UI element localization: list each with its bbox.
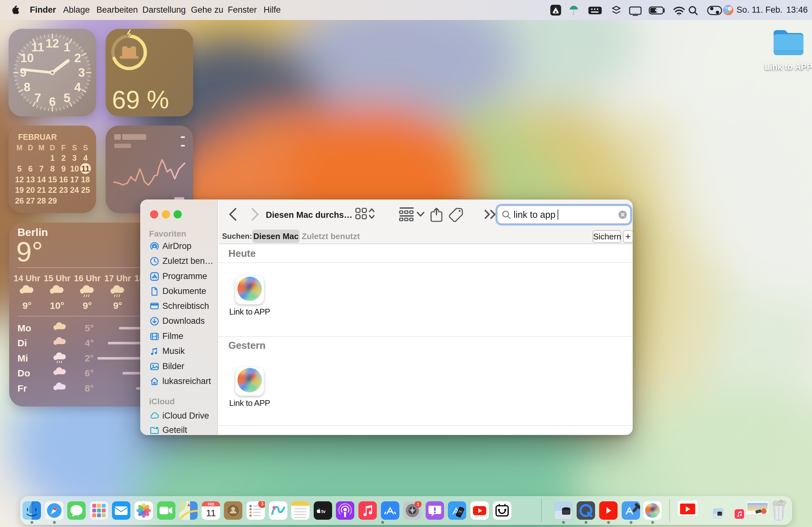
svg-text:8: 8: [50, 164, 55, 173]
svg-text:27: 27: [26, 196, 35, 205]
svg-text:D: D: [28, 144, 33, 152]
svg-text:15: 15: [48, 175, 57, 184]
svg-text:8°: 8°: [85, 383, 94, 394]
svg-text:29: 29: [48, 196, 57, 205]
svg-text:4°: 4°: [85, 338, 94, 348]
svg-text:6: 6: [28, 164, 33, 173]
svg-text:8: 8: [24, 80, 30, 94]
svg-text:11: 11: [206, 508, 216, 518]
svg-text:S: S: [72, 144, 77, 152]
svg-text:7: 7: [34, 91, 41, 105]
svg-text:12: 12: [15, 175, 24, 184]
svg-text:19: 19: [15, 186, 24, 194]
svg-text:S: S: [83, 144, 88, 152]
svg-text:17: 17: [70, 175, 79, 184]
svg-text:2: 2: [74, 52, 81, 65]
svg-text:1: 1: [63, 41, 70, 54]
svg-text:5: 5: [17, 164, 21, 173]
svg-text:20: 20: [26, 186, 35, 194]
svg-text:5: 5: [63, 91, 70, 105]
svg-text:14 Uhr: 14 Uhr: [14, 274, 41, 283]
svg-text:26: 26: [15, 196, 24, 205]
svg-text:3: 3: [78, 66, 85, 79]
svg-text:3: 3: [261, 501, 264, 507]
svg-text:FEB: FEB: [208, 502, 214, 506]
svg-text:Diesen Mac durchs…: Diesen Mac durchs…: [266, 210, 352, 220]
svg-text:11: 11: [81, 164, 90, 173]
svg-text:Mo: Mo: [17, 323, 31, 333]
svg-text:4: 4: [74, 80, 81, 94]
svg-text:9°: 9°: [83, 300, 92, 311]
svg-text:10: 10: [70, 164, 79, 173]
svg-text:4: 4: [84, 153, 88, 162]
svg-text:6°: 6°: [85, 368, 94, 378]
svg-text:5°: 5°: [85, 323, 94, 333]
svg-text:10°: 10°: [50, 300, 64, 311]
svg-text:M: M: [16, 144, 23, 152]
svg-text:11: 11: [31, 41, 44, 54]
svg-text:17 Uhr: 17 Uhr: [104, 274, 131, 283]
svg-text:13: 13: [26, 175, 35, 184]
svg-text:9: 9: [61, 164, 66, 173]
svg-text:28: 28: [37, 196, 46, 205]
svg-text:M: M: [38, 144, 44, 152]
svg-text:14: 14: [37, 175, 46, 184]
svg-text:9°: 9°: [23, 300, 32, 311]
svg-text:F: F: [61, 144, 66, 152]
svg-text:24: 24: [70, 186, 79, 194]
svg-text:D: D: [50, 144, 55, 152]
svg-text:2: 2: [61, 153, 66, 162]
svg-text:16 Uhr: 16 Uhr: [74, 274, 101, 283]
svg-text:tv: tv: [321, 509, 326, 514]
svg-text:Mi: Mi: [17, 353, 28, 363]
svg-text:22: 22: [48, 186, 57, 194]
svg-text:9°: 9°: [16, 236, 43, 267]
svg-text:25: 25: [81, 186, 90, 194]
svg-text:69 %: 69 %: [112, 86, 169, 114]
svg-text:FEBRUAR: FEBRUAR: [18, 133, 57, 142]
svg-text:16: 16: [59, 175, 68, 184]
svg-text:21: 21: [37, 186, 46, 194]
svg-text:1: 1: [50, 153, 55, 162]
svg-text:1: 1: [417, 502, 419, 507]
svg-text:15 Uhr: 15 Uhr: [44, 274, 71, 283]
svg-text:6: 6: [49, 95, 56, 108]
svg-text:23: 23: [59, 186, 68, 194]
svg-text:18: 18: [81, 175, 90, 184]
svg-text:3: 3: [72, 153, 77, 162]
svg-text:7: 7: [39, 164, 44, 173]
svg-text:9: 9: [20, 66, 26, 79]
svg-text:9°: 9°: [113, 300, 122, 311]
svg-text:2°: 2°: [85, 353, 94, 363]
svg-text:Di: Di: [17, 338, 27, 348]
svg-text:Do: Do: [17, 368, 30, 378]
svg-text:Fr: Fr: [17, 383, 27, 394]
svg-text:12: 12: [46, 37, 59, 50]
